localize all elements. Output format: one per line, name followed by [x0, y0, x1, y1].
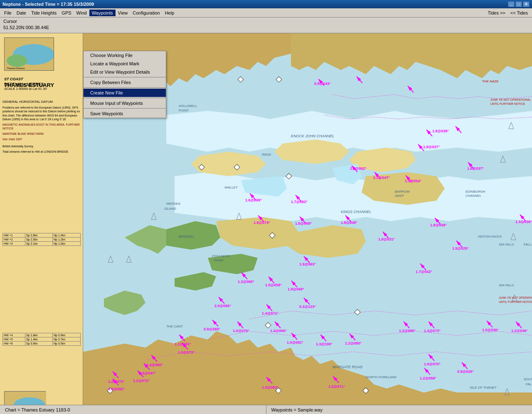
svg-text:Thames Estuary: Thames Estuary [7, 67, 25, 69]
svg-text:UNTIL FURTHER NOTICE: UNTIL FURTHER NOTICE [490, 102, 525, 105]
menu-create-new-file[interactable]: Create New File [84, 89, 166, 97]
legend-table: HW +1Sp 2.8knNp 1.4kn HW +2Sp 2.5knNp 1.… [2, 233, 81, 246]
tides-forward[interactable]: Tides >> [485, 10, 507, 16]
cursor-info: Cursor 51.52.20N 000.38.44E [3, 18, 49, 31]
svg-text:HOLLIWELL: HOLLIWELL [179, 104, 197, 108]
svg-text:DEEP: DEEP [395, 194, 404, 198]
status-chart: Chart = Thames Estuary 1183-0 [0, 405, 266, 414]
cursor-coords: 51.52.20N 000.38.44E [3, 25, 49, 31]
menu-configuration[interactable]: Configuration [130, 10, 162, 16]
menu-copy-between-files[interactable]: Copy Between Files [84, 78, 166, 87]
svg-text:KENTISH KNOCK: KENTISH KNOCK [478, 235, 502, 238]
svg-text:THE CANT: THE CANT [166, 325, 183, 328]
menu-edit-waypoint[interactable]: Edit or View Waypoint Details [84, 68, 166, 76]
svg-text:RIDGE: RIDGE [262, 153, 271, 156]
svg-text:CHANNEL: CHANNEL [466, 194, 481, 198]
waypoints-dropdown-menu: Choose Working File Locate a Waypoint Ma… [83, 51, 166, 118]
maximize-button[interactable]: □ [515, 1, 522, 7]
chart-legend-panel: Thames Estuary ST COAST THAMES ESTUARY D… [0, 33, 83, 405]
svg-text:POINT: POINT [179, 109, 189, 112]
menu-view[interactable]: View [116, 10, 131, 16]
svg-text:WALLET: WALLET [224, 186, 238, 189]
menu-mouse-input[interactable]: Mouse Input of Waypoints [84, 99, 166, 107]
menu-separator-1 [84, 77, 166, 77]
menu-gps[interactable]: GPS [59, 10, 74, 16]
chart-status-text: Chart = Thames Estuary 1183-0 [5, 407, 70, 412]
svg-text:FALLS: FALLS [524, 243, 532, 246]
cursor-label: Cursor [3, 18, 49, 25]
svg-text:JUNK YE NOT OPERATIONAL: JUNK YE NOT OPERATIONAL [499, 296, 532, 299]
svg-text:THE NAZE: THE NAZE [482, 79, 498, 83]
svg-text:FALLS: FALLS [526, 382, 532, 386]
menu-choose-working-file[interactable]: Choose Working File [84, 51, 166, 59]
chart-thumbnail-2 [4, 391, 46, 405]
window-controls[interactable]: _ □ ✕ [508, 1, 530, 7]
tide-controls: Tides >> << Tides [485, 10, 530, 16]
svg-text:SOUTH: SOUTH [524, 377, 532, 381]
svg-text:SAND: SAND [214, 258, 223, 262]
menu-locate-waypoint[interactable]: Locate a Waypoint Mark [84, 59, 166, 68]
menu-separator-3 [84, 98, 166, 98]
legend-table-2: HW +4Sp 1.8knNp 0.9kn HW +5Sp 1.4knNp 0.… [2, 333, 81, 346]
svg-text:NORTH FORELAND: NORTH FORELAND [366, 375, 397, 379]
info-bar: Cursor 51.52.20N 000.38.44E [0, 17, 532, 33]
svg-point-2 [7, 55, 27, 67]
menu-save-waypoints[interactable]: Save Waypoints [84, 109, 166, 118]
window-title: Neptune - Selected Time = 17:35 15/3/200… [2, 2, 94, 7]
menu-tide-heights[interactable]: Tide Heights [29, 10, 59, 16]
main-area: Thames Estuary ST COAST THAMES ESTUARY D… [0, 33, 532, 405]
close-button[interactable]: ✕ [523, 1, 530, 7]
menu-file[interactable]: File [2, 10, 14, 16]
menu-wind[interactable]: Wind [74, 10, 89, 16]
panel-subtitle: DEPTHS in METRES SCALE 1:50000 at Lat 51… [4, 82, 47, 91]
svg-text:EDINBURGH: EDINBURGH [466, 190, 485, 193]
chart-thumbnail: Thames Estuary [4, 37, 54, 71]
svg-text:FOULNESS: FOULNESS [212, 254, 230, 258]
svg-text:SEA FALLS: SEA FALLS [499, 284, 514, 287]
menu-help[interactable]: Help [163, 10, 177, 16]
chart-area[interactable]: Thames Estuary ST COAST THAMES ESTUARY D… [0, 33, 532, 405]
svg-text:ISLE OF THANET: ISLE OF THANET [470, 386, 497, 389]
svg-text:JUNK YE NOT OPERATIONAL: JUNK YE NOT OPERATIONAL [490, 98, 531, 101]
menu-bar: File Date Tide Heights GPS Wind Waypoint… [0, 8, 532, 17]
svg-text:BRADWELL: BRADWELL [179, 235, 195, 238]
panel-text-block: GENERAL HORIZONTAL DATUM Positions are r… [2, 100, 81, 154]
svg-text:MARGATE ROAD: MARGATE ROAD [332, 365, 363, 369]
svg-text:ISLAND: ISLAND [164, 207, 176, 211]
svg-text:BARROW: BARROW [395, 190, 410, 193]
status-waypoints: Waypoints = Sample.way [266, 405, 532, 414]
svg-text:KINGS CHANNEL: KINGS CHANNEL [341, 210, 371, 214]
menu-date[interactable]: Date [14, 10, 29, 16]
menu-waypoints[interactable]: Waypoints [89, 10, 116, 16]
tides-back[interactable]: << Tides [508, 10, 530, 16]
menu-separator-4 [84, 108, 166, 109]
svg-text:MERSEA: MERSEA [166, 202, 180, 206]
svg-text:SEA FALLS: SEA FALLS [499, 243, 514, 246]
title-bar: Neptune - Selected Time = 17:35 15/3/200… [0, 0, 532, 8]
status-bar: Chart = Thames Estuary 1183-0 Waypoints … [0, 405, 532, 414]
minimize-button[interactable]: _ [508, 1, 515, 7]
svg-text:UNTIL FURTHER NOTICE: UNTIL FURTHER NOTICE [499, 300, 532, 303]
menu-separator-2 [84, 87, 166, 88]
svg-text:KNOCK JOHN CHANNEL: KNOCK JOHN CHANNEL [291, 134, 334, 138]
waypoints-status-text: Waypoints = Sample.way [271, 407, 323, 412]
